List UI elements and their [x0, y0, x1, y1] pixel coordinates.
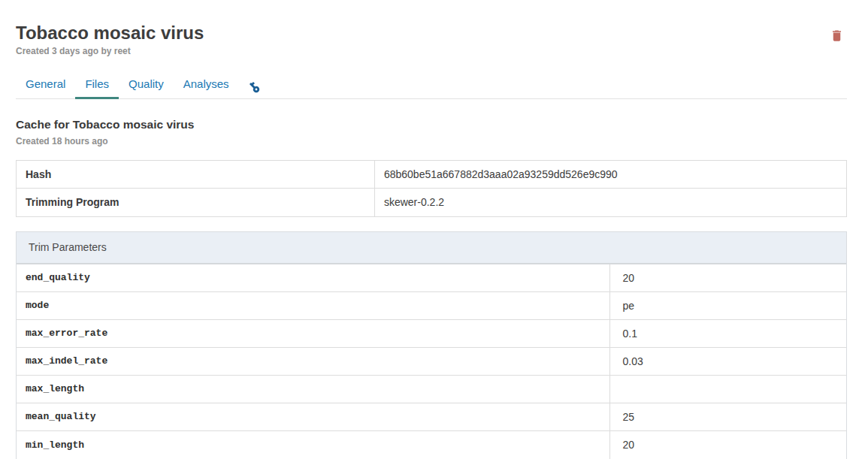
page-header-text: Tobacco mosaic virus Created 3 days ago …: [16, 23, 204, 56]
table-row: max_error_rate 0.1: [17, 320, 846, 348]
table-row: Trimming Program skewer-0.2.2: [17, 189, 846, 216]
tabs-bar: General Files Quality Analyses: [16, 74, 847, 99]
param-value: 20: [610, 264, 846, 291]
tab-general[interactable]: General: [16, 74, 75, 99]
param-name: max_length: [17, 376, 610, 403]
param-name: mode: [17, 292, 610, 319]
table-row: mean_quality 25: [17, 403, 846, 431]
page-title: Tobacco mosaic virus: [16, 23, 204, 44]
param-value: [610, 376, 846, 403]
param-name: min_length: [17, 431, 610, 459]
page-header: Tobacco mosaic virus Created 3 days ago …: [16, 23, 847, 56]
tab-files[interactable]: Files: [75, 74, 119, 99]
table-row: max_length: [17, 376, 846, 403]
table-row: Hash 68b60be51a667882d3aaa02a93259dd526e…: [17, 161, 846, 189]
trim-parameters-panel: Trim Parameters end_quality 20 mode pe m…: [16, 231, 847, 459]
param-value: 0.03: [610, 348, 846, 375]
trim-parameters-header: Trim Parameters: [17, 232, 846, 264]
param-name: max_indel_rate: [17, 348, 610, 375]
tab-quality[interactable]: Quality: [119, 74, 174, 99]
cache-subtitle: Created 18 hours ago: [16, 136, 847, 146]
table-row: end_quality 20: [17, 264, 846, 292]
trash-icon: [830, 29, 844, 43]
tab-access-key[interactable]: [239, 78, 268, 99]
table-row: max_indel_rate 0.03: [17, 348, 846, 376]
table-row: mode pe: [17, 292, 846, 320]
param-name: mean_quality: [17, 403, 610, 430]
cache-section-header: Cache for Tobacco mosaic virus Created 1…: [16, 118, 847, 146]
table-row: min_length 20: [17, 431, 846, 459]
key-icon: [248, 81, 261, 94]
delete-sample-button[interactable]: [827, 26, 847, 46]
cache-title: Cache for Tobacco mosaic virus: [16, 118, 847, 131]
info-row-label: Trimming Program: [17, 189, 375, 216]
param-value: 0.1: [610, 320, 846, 347]
param-value: 25: [610, 403, 846, 430]
cache-info-table: Hash 68b60be51a667882d3aaa02a93259dd526e…: [16, 160, 847, 217]
page: Tobacco mosaic virus Created 3 days ago …: [0, 0, 868, 459]
param-value: pe: [610, 292, 846, 319]
info-row-value: skewer-0.2.2: [375, 189, 846, 216]
tab-analyses[interactable]: Analyses: [174, 74, 239, 99]
param-name: max_error_rate: [17, 320, 610, 347]
info-row-label: Hash: [17, 161, 375, 188]
param-name: end_quality: [17, 264, 610, 291]
info-row-value: 68b60be51a667882d3aaa02a93259dd526e9c990: [375, 161, 846, 188]
param-value: 20: [610, 431, 846, 459]
page-subtitle: Created 3 days ago by reet: [16, 46, 204, 56]
